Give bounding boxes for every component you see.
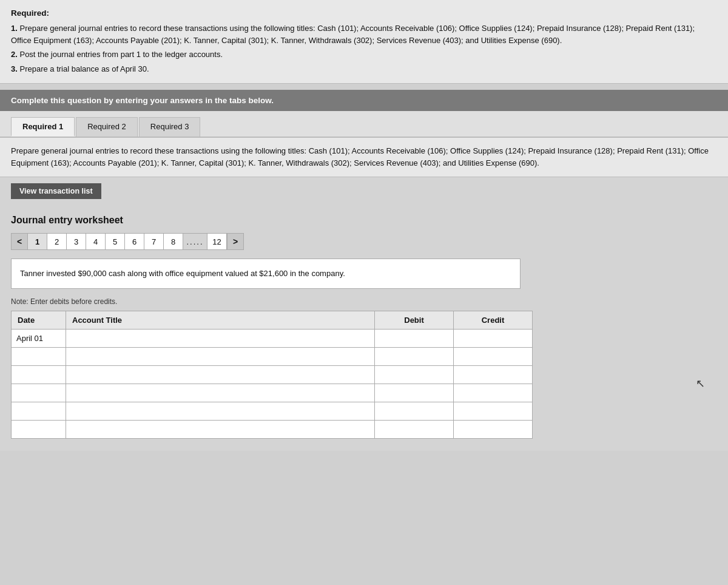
instructions-list: 1. Prepare general journal entries to re… bbox=[11, 22, 717, 75]
debit-cell-4[interactable] bbox=[375, 384, 454, 402]
date-cell-2 bbox=[12, 347, 66, 365]
account-cell-6[interactable] bbox=[66, 420, 375, 438]
account-cell-2[interactable] bbox=[66, 347, 375, 365]
debit-input-6[interactable] bbox=[375, 421, 453, 438]
page-2[interactable]: 2 bbox=[47, 233, 67, 250]
next-page-arrow[interactable]: > bbox=[227, 233, 244, 250]
debit-cell-1[interactable] bbox=[375, 329, 454, 347]
page-wrapper: Required: 1. Prepare general journal ent… bbox=[0, 0, 728, 585]
tab-required-2[interactable]: Required 2 bbox=[76, 117, 138, 137]
credit-input-1[interactable] bbox=[454, 330, 532, 347]
debit-cell-5[interactable] bbox=[375, 402, 454, 420]
page-7[interactable]: 7 bbox=[144, 233, 164, 250]
debit-input-5[interactable] bbox=[375, 402, 453, 420]
credit-cell-3[interactable] bbox=[454, 365, 533, 384]
instruction-3-num: 3. bbox=[11, 64, 19, 73]
page-4[interactable]: 4 bbox=[86, 233, 106, 250]
view-btn-area: View transaction list bbox=[0, 177, 728, 205]
account-input-3[interactable] bbox=[66, 366, 374, 384]
credit-cell-2[interactable] bbox=[454, 347, 533, 365]
instruction-1: 1. Prepare general journal entries to re… bbox=[11, 22, 717, 46]
debit-input-4[interactable] bbox=[375, 384, 453, 402]
credit-cell-1[interactable] bbox=[454, 329, 533, 347]
table-row bbox=[12, 420, 533, 438]
top-section: Required: 1. Prepare general journal ent… bbox=[0, 0, 728, 84]
required-label: Required: bbox=[11, 8, 717, 18]
complete-banner: Complete this question by entering your … bbox=[0, 90, 728, 111]
account-input-2[interactable] bbox=[66, 348, 374, 365]
date-cell-1: April 01 bbox=[12, 329, 66, 347]
date-cell-4 bbox=[12, 384, 66, 402]
instruction-2-text: Post the journal entries from part 1 to … bbox=[19, 50, 223, 59]
table-row: April 01 bbox=[12, 329, 533, 347]
account-input-5[interactable] bbox=[66, 402, 374, 420]
page-dots: ..... bbox=[183, 233, 207, 250]
debit-cell-3[interactable] bbox=[375, 365, 454, 384]
header-account-title: Account Title bbox=[66, 311, 375, 329]
page-8[interactable]: 8 bbox=[164, 233, 183, 250]
credit-input-5[interactable] bbox=[454, 402, 532, 420]
debit-cell-6[interactable] bbox=[375, 420, 454, 438]
tab-required-1[interactable]: Required 1 bbox=[11, 117, 75, 137]
table-row bbox=[12, 365, 533, 384]
instruction-1-text: Prepare general journal entries to recor… bbox=[11, 24, 695, 45]
header-debit: Debit bbox=[375, 311, 454, 329]
view-transaction-btn[interactable]: View transaction list bbox=[11, 183, 101, 199]
page-12[interactable]: 12 bbox=[207, 233, 227, 250]
table-row bbox=[12, 384, 533, 402]
instruction-1-num: 1. bbox=[11, 24, 19, 33]
date-cell-3 bbox=[12, 365, 66, 384]
tab-description: Prepare general journal entries to recor… bbox=[0, 138, 728, 177]
date-cell-6 bbox=[12, 420, 66, 438]
journal-table: Date Account Title Debit Credit April 01 bbox=[11, 311, 533, 439]
account-input-6[interactable] bbox=[66, 421, 374, 438]
prev-page-arrow[interactable]: < bbox=[11, 233, 28, 250]
page-1[interactable]: 1 bbox=[28, 233, 47, 250]
account-input-4[interactable] bbox=[66, 384, 374, 402]
debit-cell-2[interactable] bbox=[375, 347, 454, 365]
instruction-2-num: 2. bbox=[11, 50, 19, 59]
cursor-icon: ↖ bbox=[696, 377, 705, 390]
worksheet-title: Journal entry worksheet bbox=[11, 215, 717, 226]
credit-input-4[interactable] bbox=[454, 384, 532, 402]
instruction-3: 3. Prepare a trial balance as of April 3… bbox=[11, 63, 717, 75]
debit-input-2[interactable] bbox=[375, 348, 453, 365]
debit-input-1[interactable] bbox=[375, 330, 453, 347]
account-cell-5[interactable] bbox=[66, 402, 375, 420]
date-cell-5 bbox=[12, 402, 66, 420]
table-row bbox=[12, 347, 533, 365]
header-credit: Credit bbox=[454, 311, 533, 329]
transaction-description: Tanner invested $90,000 cash along with … bbox=[20, 269, 345, 278]
credit-input-3[interactable] bbox=[454, 366, 532, 384]
table-row bbox=[12, 402, 533, 420]
credit-cell-5[interactable] bbox=[454, 402, 533, 420]
instruction-2: 2. Post the journal entries from part 1 … bbox=[11, 49, 717, 61]
credit-input-2[interactable] bbox=[454, 348, 532, 365]
pagination-row: < 1 2 3 4 5 6 7 8 ..... 12 > bbox=[11, 233, 717, 250]
page-6[interactable]: 6 bbox=[125, 233, 144, 250]
worksheet-container: Journal entry worksheet < 1 2 3 4 5 6 7 … bbox=[0, 205, 728, 451]
instruction-3-text: Prepare a trial balance as of April 30. bbox=[19, 64, 149, 73]
tab-required-3[interactable]: Required 3 bbox=[139, 117, 201, 137]
transaction-box: Tanner invested $90,000 cash along with … bbox=[11, 259, 521, 289]
tabs-row: Required 1 Required 2 Required 3 bbox=[0, 111, 728, 138]
debit-input-3[interactable] bbox=[375, 366, 453, 384]
header-date: Date bbox=[12, 311, 66, 329]
page-3[interactable]: 3 bbox=[67, 233, 86, 250]
account-cell-3[interactable] bbox=[66, 365, 375, 384]
note-text: Note: Enter debits before credits. bbox=[11, 297, 717, 306]
page-5[interactable]: 5 bbox=[106, 233, 125, 250]
credit-cell-4[interactable] bbox=[454, 384, 533, 402]
account-input-1[interactable] bbox=[66, 330, 374, 347]
credit-input-6[interactable] bbox=[454, 421, 532, 438]
account-cell-4[interactable] bbox=[66, 384, 375, 402]
credit-cell-6[interactable] bbox=[454, 420, 533, 438]
account-cell-1[interactable] bbox=[66, 329, 375, 347]
